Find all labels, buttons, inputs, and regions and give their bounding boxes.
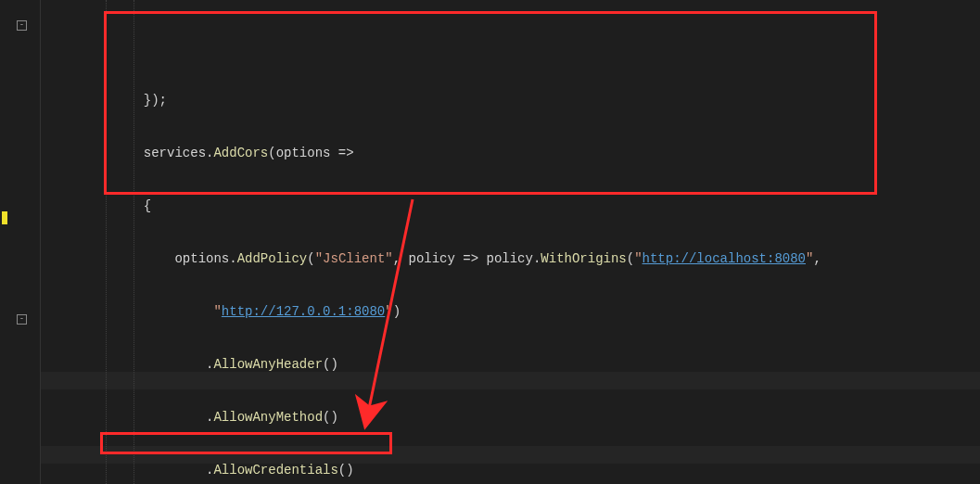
code-text: AddPolicy [237,251,308,266]
code-text: services. [50,146,213,160]
code-text: () [338,463,354,478]
code-text: () [323,410,338,425]
code-text: AllowAnyHeader [213,357,323,372]
url-link[interactable]: http://localhost:8080 [643,251,806,266]
url-link[interactable]: http://127.0.0.1:8080 [222,304,385,319]
code-text: { [50,198,151,213]
code-text: . [50,463,213,478]
editor-gutter: - - [0,0,41,484]
code-text: . [50,357,213,372]
code-text: "JsClient" [315,251,393,266]
fold-toggle-icon[interactable]: - [17,314,27,325]
code-text: " [385,304,392,319]
fold-toggle-icon[interactable]: - [17,20,27,31]
code-text: AllowCredentials [213,463,337,478]
change-marker [2,211,7,224]
code-text: ) [393,304,401,319]
code-text: " [213,304,221,319]
code-text: () [323,357,338,372]
code-text: }); [50,93,167,108]
code-text: ( [627,251,634,266]
code-text: . [50,410,213,425]
code-text: WithOrigins [541,251,626,266]
code-text: (options => [268,146,353,160]
code-text: AllowAnyMethod [213,410,323,425]
code-text: AddCors [213,146,268,160]
code-editor[interactable]: }); services.AddCors(options => { option… [41,0,980,484]
code-text: , [813,251,821,266]
code-text: ( [307,251,314,266]
code-text [50,304,213,319]
code-text: options. [50,251,237,266]
code-text: , policy => policy. [393,251,541,266]
code-text: " [634,251,642,266]
